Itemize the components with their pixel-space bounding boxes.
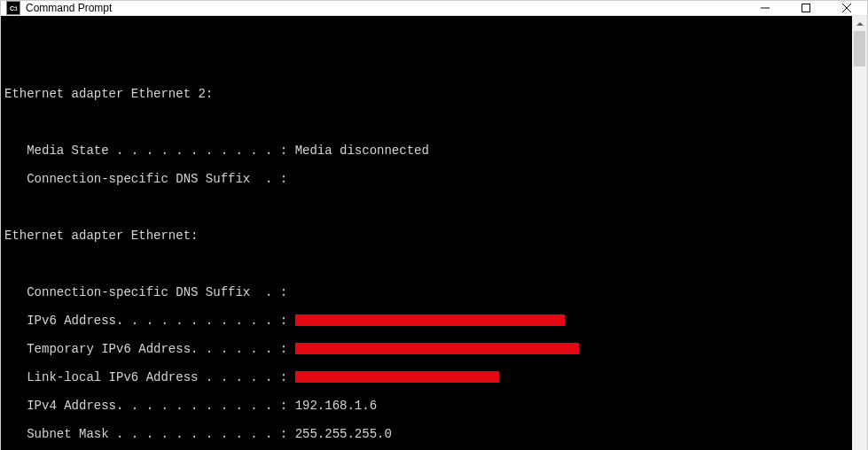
media-state-label: Media State . . . . . . . . . . . : — [4, 144, 295, 158]
close-button[interactable] — [826, 1, 867, 15]
temp-ipv6-label: Temporary IPv6 Address. . . . . . : — [4, 342, 295, 356]
temp-ipv6-line: Temporary IPv6 Address. . . . . . : — [4, 342, 848, 356]
terminal-output[interactable]: Ethernet adapter Ethernet 2: Media State… — [1, 16, 852, 450]
ipv6-address-line: IPv6 Address. . . . . . . . . . . : — [4, 314, 848, 328]
dns-suffix-line: Connection-specific DNS Suffix . : — [4, 285, 848, 299]
redacted-value — [295, 314, 565, 326]
redacted-value — [295, 371, 499, 383]
ipv6-label: IPv6 Address. . . . . . . . . . . : — [4, 314, 295, 328]
app-icon: C:\ — [6, 1, 20, 15]
content-wrapper: Ethernet adapter Ethernet 2: Media State… — [1, 16, 867, 450]
titlebar[interactable]: C:\ Command Prompt — [1, 1, 867, 16]
scroll-thumb[interactable] — [854, 31, 865, 66]
svg-marker-4 — [856, 22, 864, 26]
dns-suffix-line: Connection-specific DNS Suffix . : — [4, 172, 848, 186]
ipv4-label: IPv4 Address. . . . . . . . . . . : — [4, 399, 295, 413]
link-local-label: Link-local IPv6 Address . . . . . : — [4, 370, 295, 384]
vertical-scrollbar[interactable] — [852, 16, 867, 450]
subnet-value: 255.255.255.0 — [295, 427, 392, 441]
link-local-line: Link-local IPv6 Address . . . . . : — [4, 370, 848, 384]
window-title: Command Prompt — [26, 2, 745, 14]
ipv4-address-line: IPv4 Address. . . . . . . . . . . : 192.… — [4, 399, 848, 413]
window-controls — [745, 1, 867, 15]
svg-rect-1 — [802, 4, 810, 12]
subnet-label: Subnet Mask . . . . . . . . . . . : — [4, 427, 295, 441]
minimize-button[interactable] — [745, 1, 786, 15]
subnet-mask-line: Subnet Mask . . . . . . . . . . . : 255.… — [4, 427, 848, 441]
scroll-up-arrow[interactable] — [852, 16, 867, 31]
ipv4-value: 192.168.1.6 — [295, 399, 377, 413]
media-state-line: Media State . . . . . . . . . . . : Medi… — [4, 144, 848, 158]
media-state-value: Media disconnected — [295, 144, 429, 158]
command-prompt-window: C:\ Command Prompt Ethernet adapter Ethe… — [0, 0, 868, 450]
maximize-button[interactable] — [786, 1, 826, 15]
adapter-header: Ethernet adapter Ethernet 2: — [4, 87, 848, 101]
redacted-value — [295, 343, 579, 354]
adapter-header: Ethernet adapter Ethernet: — [4, 229, 848, 243]
